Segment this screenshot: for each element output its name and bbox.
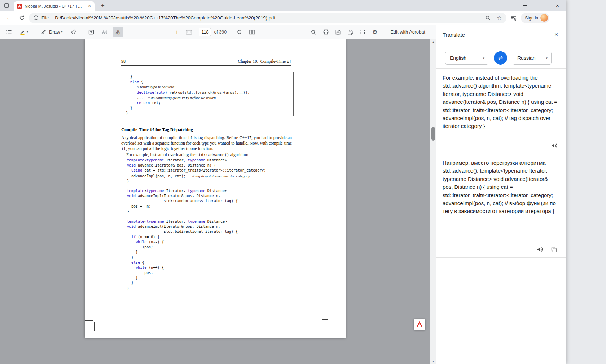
maximize-button[interactable] (533, 0, 549, 11)
rotate-icon[interactable] (234, 27, 245, 37)
edit-with-acrobat-button[interactable]: Edit with Acrobat (387, 27, 429, 37)
translate-icon[interactable]: あ (113, 27, 123, 37)
read-aloud-icon[interactable] (99, 27, 110, 37)
text-segment: template (127, 158, 144, 162)
tab-close-icon[interactable]: × (87, 3, 92, 9)
back-icon[interactable]: ← (4, 13, 14, 23)
header-rule (121, 65, 291, 66)
text-segment: while (136, 240, 146, 244)
open-in-acrobat-button[interactable] (414, 319, 425, 330)
text-segment: ... (126, 96, 148, 100)
new-tab-button[interactable]: + (98, 1, 107, 10)
more-menu-icon[interactable]: ⋯ (551, 13, 562, 23)
highlight-icon[interactable] (18, 27, 27, 37)
text-segment: void (127, 163, 136, 167)
save-as-icon[interactable] (345, 27, 356, 37)
text-segment: typename (188, 158, 205, 162)
running-head: Chapter 10: Compile-Time if (238, 59, 291, 64)
text-segment: for Tag Dispatching (154, 127, 193, 132)
zoom-in-icon[interactable]: + (171, 27, 182, 37)
target-language-select[interactable]: Russian ▾ (513, 52, 552, 65)
scrollbar-thumb[interactable] (431, 127, 435, 141)
info-icon[interactable] (33, 15, 39, 21)
settings-gear-icon[interactable]: ⚙ (369, 27, 380, 37)
text-segment: advance(Iterator& pos, Distance n) { (136, 163, 216, 167)
favorite-star-icon[interactable]: ☆ (495, 14, 504, 22)
chevron-down-icon: ▾ (546, 56, 548, 60)
text-segment: ) before we return (188, 96, 216, 100)
draw-pen-icon[interactable] (39, 27, 48, 37)
code-line: while (n--) { (127, 240, 238, 245)
text-segment: For example, instead of overloading the (126, 152, 196, 157)
translate-panel-close-icon[interactable]: × (551, 30, 561, 40)
listen-source-icon[interactable] (550, 141, 558, 150)
active-tab[interactable]: Nicolai M. Josuttis - C++17 The C × (14, 1, 95, 11)
code-line: void advanceImpl(Iterator& pos, Distance… (127, 194, 238, 199)
draw-label[interactable]: Draw (49, 29, 60, 35)
text-segment (127, 235, 131, 239)
swap-languages-button[interactable]: ⇄ (494, 51, 507, 65)
code-line: decltype(auto) ret{op(std::forward<Args>… (126, 90, 293, 95)
minimize-button[interactable] (517, 0, 533, 11)
draw-dropdown-icon[interactable]: ▾ (61, 30, 62, 34)
code-line: } (127, 255, 238, 260)
maximize-icon (540, 4, 543, 7)
draw-tool-group: Draw ▾ (39, 27, 62, 37)
save-icon[interactable] (333, 27, 343, 37)
listen-target-icon[interactable] (535, 245, 544, 254)
favorites-hub-icon[interactable] (508, 13, 519, 23)
text-segment: if (287, 59, 291, 64)
text-segment: Chapter 10: Compile-Time (238, 59, 287, 64)
tab-bar: Nicolai M. Josuttis - C++17 The C × + × (0, 0, 566, 11)
framed-code-box: } else { // return type is not void: dec… (123, 72, 294, 116)
code-line: pos += n; (127, 204, 238, 209)
source-language-select[interactable]: English ▾ (445, 52, 488, 65)
add-text-icon[interactable] (86, 27, 97, 37)
page-view-icon[interactable] (247, 27, 258, 37)
page-number-input[interactable] (199, 28, 211, 36)
zoom-out-icon[interactable]: − (159, 27, 170, 37)
refresh-icon[interactable] (16, 13, 27, 23)
text-segment: if (150, 128, 154, 132)
text-segment: using (131, 168, 142, 172)
url-field[interactable]: File D:/Books/Nicolai%20M.%20Josuttis%20… (29, 13, 506, 23)
scroll-down-icon[interactable]: ▼ (430, 358, 436, 364)
crop-mark (321, 319, 321, 326)
translate-panel-title: Translate (443, 32, 551, 38)
text-segment: while (136, 266, 146, 270)
highlight-dropdown-icon[interactable]: ▾ (27, 30, 28, 34)
code-line: void advanceImpl(Iterator& pos, Distance… (127, 224, 238, 229)
text-segment: (n--) { (146, 240, 164, 244)
fullscreen-icon[interactable] (357, 27, 368, 37)
text-segment: else (130, 80, 139, 84)
search-icon[interactable] (308, 27, 319, 37)
tab-actions-icon[interactable] (3, 2, 10, 9)
eraser-icon[interactable] (68, 27, 79, 37)
vertical-scrollbar[interactable]: ▲ ▼ (430, 39, 436, 364)
copy-icon[interactable] (550, 245, 558, 254)
source-language-value: English (450, 55, 466, 61)
language-selector-row: English ▾ ⇄ Russian ▾ (445, 51, 552, 65)
text-segment: advanceImpl(Iterator& pos, Distance n, (136, 225, 220, 228)
print-icon[interactable] (320, 27, 331, 37)
crop-mark (321, 42, 327, 42)
address-bar: ← File D:/Books/Nicolai%20M.%20Josuttis%… (0, 11, 566, 25)
text-segment (127, 240, 136, 244)
scroll-up-icon[interactable]: ▲ (430, 39, 436, 45)
text-segment: decltype(auto) (137, 90, 167, 94)
sign-in-button[interactable]: Sign in (521, 13, 549, 23)
pdf-page: 98 Chapter 10: Compile-Time if } else { … (85, 39, 346, 338)
target-text: Например, вместо перегрузки алгоритма st… (443, 159, 558, 216)
target-text-section: Например, вместо перегрузки алгоритма st… (436, 154, 566, 257)
code-line: return ret; (126, 101, 293, 106)
text-segment (127, 168, 131, 172)
text-segment: } (127, 281, 133, 285)
fit-to-width-icon[interactable] (184, 27, 194, 37)
text-segment: Iterator, (164, 219, 188, 223)
text-segment (126, 90, 137, 94)
text-segment: Distance> (205, 158, 227, 162)
page-zoom-icon[interactable] (483, 14, 492, 22)
table-of-contents-icon[interactable] (4, 27, 14, 37)
window-close-button[interactable]: × (549, 0, 566, 11)
code-line: std::bidirectional_iterator_tag) { (127, 229, 238, 234)
